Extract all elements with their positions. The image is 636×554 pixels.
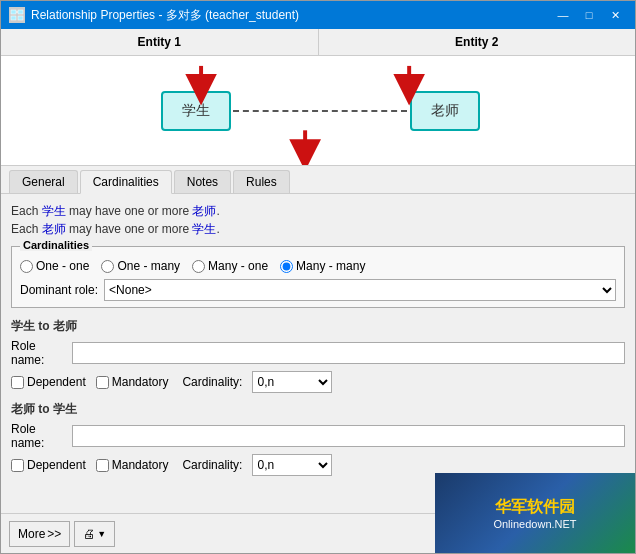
- entity1-label: 学生: [182, 102, 210, 120]
- student-teacher-dependent-label: Dependent: [27, 375, 86, 389]
- teacher-student-role-label: Role name:: [11, 422, 66, 450]
- description-text: Each 学生 may have one or more 老师. Each 老师…: [11, 202, 625, 238]
- tab-general[interactable]: General: [9, 170, 78, 193]
- print-button[interactable]: 🖨 ▼: [74, 521, 115, 547]
- tab-cardinalities[interactable]: Cardinalities: [80, 170, 172, 194]
- radio-many-many-input[interactable]: [280, 260, 293, 273]
- tab-notes[interactable]: Notes: [174, 170, 231, 193]
- connector-line: [233, 110, 407, 112]
- desc-line1-suffix: .: [216, 204, 219, 218]
- radio-many-one-label: Many - one: [208, 259, 268, 273]
- student-teacher-checks: Dependent Mandatory Cardinality: 0,n: [11, 371, 332, 393]
- more-suffix: >>: [47, 527, 61, 541]
- maximize-button[interactable]: □: [577, 5, 601, 25]
- window-controls: — □ ✕: [551, 5, 627, 25]
- bottom-bar: More >> 🖨 ▼ 确定 取消 华军软件园 Onlinedown.NET: [1, 513, 635, 553]
- watermark-line1: 华军软件园: [495, 497, 575, 518]
- student-teacher-mandatory-label: Mandatory: [112, 375, 169, 389]
- teacher-student-role-input[interactable]: [72, 425, 625, 447]
- radio-one-one-label: One - one: [36, 259, 89, 273]
- student-teacher-role-row: Role name:: [11, 339, 625, 367]
- tabs-container: General Cardinalities Notes Rules: [1, 166, 635, 194]
- radio-many-many-label: Many - many: [296, 259, 365, 273]
- radio-many-one[interactable]: Many - one: [192, 259, 268, 273]
- teacher-student-checks: Dependent Mandatory Cardinality: 0,n: [11, 454, 332, 476]
- radio-many-many[interactable]: Many - many: [280, 259, 365, 273]
- teacher-student-section: 老师 to 学生 Role name: Dependent Mandatory …: [11, 401, 625, 476]
- more-label: More: [18, 527, 45, 541]
- teacher-student-cardinality-select[interactable]: 0,n: [252, 454, 332, 476]
- radio-one-one[interactable]: One - one: [20, 259, 89, 273]
- entity1-box: 学生: [161, 91, 231, 131]
- teacher-student-mandatory-check[interactable]: [96, 459, 109, 472]
- teacher-student-cardinality-label: Cardinality:: [182, 458, 242, 472]
- tab-bar: General Cardinalities Notes Rules: [1, 166, 635, 194]
- window-title: Relationship Properties - 多对多 (teacher_s…: [31, 7, 551, 24]
- radio-row: One - one One - many Many - one Many - m…: [20, 259, 616, 273]
- student-teacher-cardinality-select[interactable]: 0,n: [252, 371, 332, 393]
- more-button[interactable]: More >>: [9, 521, 70, 547]
- main-window: Relationship Properties - 多对多 (teacher_s…: [0, 0, 636, 554]
- desc-line2-entity1: 老师: [42, 222, 66, 236]
- dominant-select[interactable]: <None>: [104, 279, 616, 301]
- student-teacher-dependent[interactable]: Dependent: [11, 375, 86, 389]
- student-teacher-role-input[interactable]: [72, 342, 625, 364]
- radio-one-one-input[interactable]: [20, 260, 33, 273]
- tab-rules[interactable]: Rules: [233, 170, 290, 193]
- content-area: Each 学生 may have one or more 老师. Each 老师…: [1, 194, 635, 513]
- desc-line1-middle: may have one or more: [66, 204, 193, 218]
- student-teacher-dependent-check[interactable]: [11, 376, 24, 389]
- entity2-label: 老师: [431, 102, 459, 120]
- entity2-header: Entity 2: [319, 29, 636, 55]
- radio-one-many[interactable]: One - many: [101, 259, 180, 273]
- desc-line1-prefix: Each: [11, 204, 42, 218]
- diagram-area: 学生 老师: [1, 56, 635, 166]
- teacher-student-mandatory-label: Mandatory: [112, 458, 169, 472]
- title-bar: Relationship Properties - 多对多 (teacher_s…: [1, 1, 635, 29]
- radio-many-one-input[interactable]: [192, 260, 205, 273]
- desc-line1-entity1: 学生: [42, 204, 66, 218]
- print-icon: 🖨: [83, 527, 95, 541]
- teacher-student-dependent-label: Dependent: [27, 458, 86, 472]
- print-dropdown-icon: ▼: [97, 529, 106, 539]
- teacher-student-dependent-check[interactable]: [11, 459, 24, 472]
- student-teacher-check-row: Dependent Mandatory Cardinality: 0,n: [11, 371, 625, 393]
- desc-line2-prefix: Each: [11, 222, 42, 236]
- student-teacher-section: 学生 to 老师 Role name: Dependent Mandatory …: [11, 318, 625, 393]
- student-teacher-mandatory-check[interactable]: [96, 376, 109, 389]
- desc-line1-entity2: 老师: [192, 204, 216, 218]
- watermark-line2: Onlinedown.NET: [493, 518, 576, 530]
- desc-line2-entity2: 学生: [192, 222, 216, 236]
- student-teacher-mandatory[interactable]: Mandatory: [96, 375, 169, 389]
- svg-rect-3: [11, 16, 16, 20]
- minimize-button[interactable]: —: [551, 5, 575, 25]
- dominant-label: Dominant role:: [20, 283, 98, 297]
- radio-one-many-input[interactable]: [101, 260, 114, 273]
- teacher-student-title: 老师 to 学生: [11, 401, 625, 418]
- entity-header: Entity 1 Entity 2: [1, 29, 635, 56]
- cardinalities-group: Cardinalities One - one One - many Many …: [11, 246, 625, 308]
- entity1-header: Entity 1: [1, 29, 319, 55]
- teacher-student-dependent[interactable]: Dependent: [11, 458, 86, 472]
- svg-rect-4: [18, 16, 23, 20]
- student-teacher-title: 学生 to 老师: [11, 318, 625, 335]
- cardinalities-group-label: Cardinalities: [20, 239, 92, 251]
- entity2-box: 老师: [410, 91, 480, 131]
- svg-rect-0: [11, 10, 16, 14]
- svg-rect-1: [18, 10, 23, 14]
- teacher-student-role-row: Role name:: [11, 422, 625, 450]
- watermark: 华军软件园 Onlinedown.NET: [435, 473, 635, 553]
- teacher-student-mandatory[interactable]: Mandatory: [96, 458, 169, 472]
- desc-line2-middle: may have one or more: [66, 222, 193, 236]
- window-icon: [9, 7, 25, 23]
- student-teacher-cardinality-label: Cardinality:: [182, 375, 242, 389]
- dominant-row: Dominant role: <None>: [20, 279, 616, 301]
- close-button[interactable]: ✕: [603, 5, 627, 25]
- student-teacher-role-label: Role name:: [11, 339, 66, 367]
- radio-one-many-label: One - many: [117, 259, 180, 273]
- desc-line2-suffix: .: [216, 222, 219, 236]
